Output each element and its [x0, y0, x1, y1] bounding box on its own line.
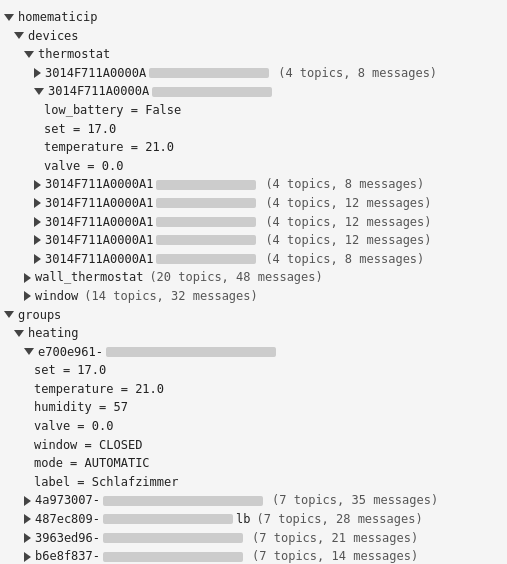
field-temperature: temperature = 21.0 [4, 138, 503, 157]
e700-field-label: label = Schlafzimmer [4, 473, 503, 492]
blurred-id [103, 552, 243, 562]
blurred-id [152, 87, 272, 97]
heating-item-0[interactable]: 4a973007- (7 topics, 35 messages) [4, 491, 503, 510]
e700-field-humidity: humidity = 57 [4, 398, 503, 417]
window-node[interactable]: window (14 topics, 32 messages) [4, 287, 503, 306]
groups-node[interactable]: groups [4, 306, 503, 325]
expand-icon [24, 552, 31, 562]
e700-field-window: window = CLOSED [4, 436, 503, 455]
item-id: b6e8f837- [35, 547, 100, 564]
heating-item-1[interactable]: 487ec809- lb (7 topics, 28 messages) [4, 510, 503, 529]
heating-item-3[interactable]: b6e8f837- (7 topics, 14 messages) [4, 547, 503, 564]
device-item-4[interactable]: 3014F711A0000A1 (4 topics, 12 messages) [4, 213, 503, 232]
item-suffix: lb [236, 510, 250, 529]
e700-id: e700e961- [38, 343, 103, 362]
e700-field-valve: valve = 0.0 [4, 417, 503, 436]
e700-field-mode: mode = AUTOMATIC [4, 454, 503, 473]
device-id: 3014F711A0000A1 [45, 250, 153, 269]
blurred-id [156, 235, 256, 245]
tree-root: homematicip devices thermostat 3014F711A… [0, 0, 507, 564]
expand-icon [24, 533, 31, 543]
expand-icon [34, 217, 41, 227]
item-meta: (7 topics, 35 messages) [272, 491, 438, 510]
root-label: homematicip [18, 8, 97, 27]
blurred-id [156, 180, 256, 190]
device-id: 3014F711A0000A1 [45, 175, 153, 194]
expand-icon [4, 311, 14, 318]
blurred-id [103, 533, 243, 543]
device-item-5[interactable]: 3014F711A0000A1 (4 topics, 12 messages) [4, 231, 503, 250]
blurred-id [149, 68, 269, 78]
device-item-1[interactable]: 3014F711A0000A [4, 82, 503, 101]
expand-icon [24, 273, 31, 283]
expand-icon [34, 198, 41, 208]
wall-thermostat-node[interactable]: wall_thermostat (20 topics, 48 messages) [4, 268, 503, 287]
blurred-id [156, 198, 256, 208]
blurred-id [106, 347, 276, 357]
item-id: 3963ed96- [35, 529, 100, 548]
expand-icon [14, 32, 24, 39]
device-item-0[interactable]: 3014F711A0000A (4 topics, 8 messages) [4, 64, 503, 83]
expand-icon [24, 514, 31, 524]
thermostat-node[interactable]: thermostat [4, 45, 503, 64]
devices-node[interactable]: devices [4, 27, 503, 46]
device-id: 3014F711A0000A1 [45, 194, 153, 213]
field-low-battery: low_battery = False [4, 101, 503, 120]
device-item-6[interactable]: 3014F711A0000A1 (4 topics, 8 messages) [4, 250, 503, 269]
expand-icon [24, 291, 31, 301]
blurred-id [103, 514, 233, 524]
device-meta: (4 topics, 12 messages) [265, 213, 431, 232]
expand-icon [24, 348, 34, 355]
e700-field-temperature: temperature = 21.0 [4, 380, 503, 399]
devices-label: devices [28, 27, 79, 46]
expand-icon [34, 235, 41, 245]
blurred-id [103, 496, 263, 506]
expand-icon [34, 88, 44, 95]
item-meta: (7 topics, 14 messages) [252, 547, 418, 564]
heating-item-2[interactable]: 3963ed96- (7 topics, 21 messages) [4, 529, 503, 548]
device-meta: (4 topics, 12 messages) [265, 231, 431, 250]
expand-icon [34, 254, 41, 264]
expand-icon [34, 68, 41, 78]
heating-label: heating [28, 324, 79, 343]
e700-field-set: set = 17.0 [4, 361, 503, 380]
e700-node[interactable]: e700e961- [4, 343, 503, 362]
field-set: set = 17.0 [4, 120, 503, 139]
device-meta: (4 topics, 8 messages) [265, 250, 424, 269]
item-meta: (7 topics, 28 messages) [256, 510, 422, 529]
device-id: 3014F711A0000A1 [45, 213, 153, 232]
device-id: 3014F711A0000A1 [45, 231, 153, 250]
field-valve: valve = 0.0 [4, 157, 503, 176]
expand-icon [14, 330, 24, 337]
device-id: 3014F711A0000A [48, 82, 149, 101]
window-label: window [35, 287, 78, 306]
blurred-id [156, 254, 256, 264]
item-id: 487ec809- [35, 510, 100, 529]
root-node[interactable]: homematicip [4, 8, 503, 27]
device-item-2[interactable]: 3014F711A0000A1 (4 topics, 8 messages) [4, 175, 503, 194]
wall-thermostat-meta: (20 topics, 48 messages) [149, 268, 322, 287]
expand-icon [34, 180, 41, 190]
expand-icon [4, 14, 14, 21]
blurred-id [156, 217, 256, 227]
device-meta: (4 topics, 8 messages) [265, 175, 424, 194]
expand-icon [24, 496, 31, 506]
window-meta: (14 topics, 32 messages) [84, 287, 257, 306]
device-meta: (4 topics, 12 messages) [265, 194, 431, 213]
expand-icon [24, 51, 34, 58]
item-meta: (7 topics, 21 messages) [252, 529, 418, 548]
device-item-3[interactable]: 3014F711A0000A1 (4 topics, 12 messages) [4, 194, 503, 213]
device-id: 3014F711A0000A [45, 64, 146, 83]
wall-thermostat-label: wall_thermostat [35, 268, 143, 287]
heating-node[interactable]: heating [4, 324, 503, 343]
groups-label: groups [18, 306, 61, 325]
item-id: 4a973007- [35, 491, 100, 510]
thermostat-label: thermostat [38, 45, 110, 64]
device-meta: (4 topics, 8 messages) [278, 64, 437, 83]
